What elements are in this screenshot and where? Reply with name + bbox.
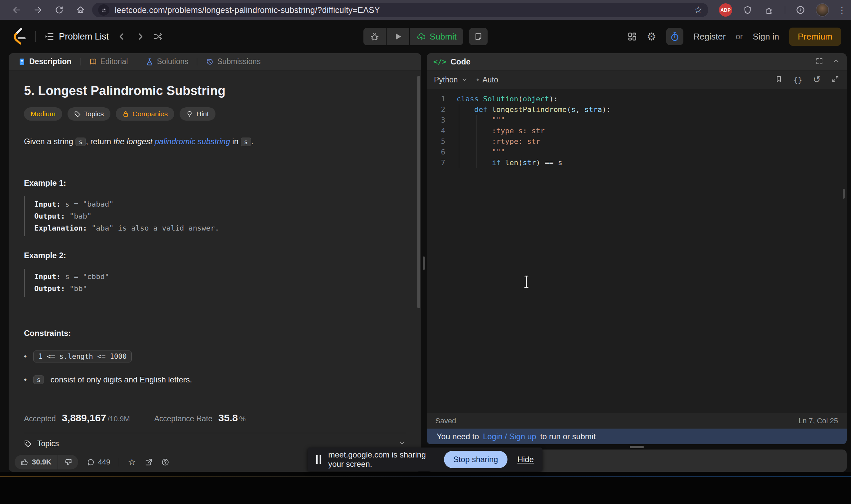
code-text: """: [456, 147, 505, 158]
notes-button[interactable]: [469, 28, 488, 45]
favorite-star-icon[interactable]: ☆: [128, 458, 136, 467]
code-text: def longestPalindrome(s, stra):: [456, 104, 611, 115]
tab-label: Solutions: [157, 57, 189, 66]
profile-avatar[interactable]: [816, 3, 829, 17]
editor-statusbar: Saved Ln 7, Col 25: [427, 413, 847, 429]
chevron-down-icon: [398, 438, 406, 449]
companies-chip[interactable]: Companies: [116, 107, 174, 121]
back-icon[interactable]: [10, 3, 23, 17]
stats-row: Accepted 3,889,167 /10.9M Acceptance Rat…: [24, 412, 406, 424]
tab-description[interactable]: Description: [16, 57, 73, 66]
url-text[interactable]: leetcode.com/problems/longest-palindromi…: [115, 5, 694, 15]
stop-sharing-button[interactable]: Stop sharing: [444, 451, 507, 468]
nav-divider: [35, 31, 36, 42]
difficulty-badge[interactable]: Medium: [24, 107, 62, 121]
dislike-button[interactable]: [58, 455, 78, 469]
code-editor[interactable]: 1class Solution(object):2 def longestPal…: [427, 89, 847, 413]
help-icon[interactable]: [161, 458, 169, 466]
example-row: Input: s = "babad": [34, 198, 406, 210]
topics-chip[interactable]: Topics: [68, 107, 111, 121]
code-panel: </> Code Python • Auto {} ↺ 1class Solut…: [427, 53, 847, 444]
premium-button[interactable]: Premium: [789, 28, 841, 46]
login-banner: You need to Login / Sign up to run or su…: [427, 429, 847, 444]
problem-list-button[interactable]: Problem List: [44, 32, 109, 42]
bookmark-star-icon[interactable]: ☆: [694, 5, 702, 15]
home-icon[interactable]: [74, 3, 87, 17]
address-bar[interactable]: leetcode.com/problems/longest-palindromi…: [92, 3, 708, 17]
lock-icon: [122, 111, 129, 117]
code-panel-title: Code: [451, 57, 471, 67]
prev-problem-button[interactable]: [117, 32, 127, 41]
footer-divider: [119, 458, 119, 466]
fullscreen-icon[interactable]: [815, 57, 823, 67]
toolbar-divider: [785, 6, 785, 14]
register-link[interactable]: Register: [693, 32, 726, 42]
format-code-icon[interactable]: {}: [794, 76, 802, 84]
tab-divider: [80, 58, 81, 66]
shield-extension-icon[interactable]: [741, 3, 754, 17]
leetcode-logo[interactable]: [11, 27, 27, 46]
banner-text-pre: You need to: [437, 432, 479, 441]
layout-grid-icon[interactable]: [627, 32, 637, 41]
tab-submissions[interactable]: Submissions: [204, 57, 262, 66]
statement-part: Given a string: [24, 137, 75, 146]
shuffle-icon[interactable]: [153, 32, 162, 41]
auto-label[interactable]: Auto: [483, 75, 498, 84]
problem-statement: Given a string s, return the longest pal…: [24, 135, 406, 148]
solutions-icon: [146, 58, 154, 66]
adblock-extension-icon[interactable]: ABP: [719, 3, 732, 17]
constraints-heading: Constraints:: [24, 328, 406, 338]
palindromic-substring-link[interactable]: palindromic substring: [155, 137, 230, 146]
comments-button[interactable]: 449: [87, 458, 110, 466]
hide-button[interactable]: Hide: [518, 455, 534, 464]
collapse-panel-icon[interactable]: [832, 57, 840, 67]
statement-part: in: [230, 137, 241, 146]
line-number: 3: [431, 115, 445, 126]
constraint-part: 1 <= s.length <= 1000: [33, 350, 132, 362]
expand-editor-icon[interactable]: [831, 75, 839, 84]
browser-chrome: leetcode.com/problems/longest-palindromi…: [0, 0, 851, 20]
browser-menu-icon[interactable]: ⋮: [838, 5, 846, 15]
site-info-icon[interactable]: [98, 4, 109, 16]
statement-part: s: [75, 138, 86, 146]
code-line: 7 if len(str) == s: [427, 158, 847, 168]
example-heading: Example 2:: [24, 251, 406, 260]
tab-editorial[interactable]: Editorial: [87, 57, 130, 66]
submit-label: Submit: [430, 32, 456, 42]
code-text: :type s: str: [456, 126, 545, 136]
code-line: 5 :rtype: str: [427, 136, 847, 147]
statement-part: s: [241, 138, 251, 146]
code-text: :rtype: str: [456, 136, 540, 147]
bookmark-icon[interactable]: [775, 75, 783, 84]
energy-saver-icon[interactable]: [794, 3, 807, 17]
timer-button[interactable]: [666, 28, 683, 45]
problem-list-icon: [44, 32, 54, 41]
reset-code-icon[interactable]: ↺: [813, 75, 821, 84]
debug-button[interactable]: [363, 28, 386, 45]
panel-resize-handle[interactable]: [423, 256, 425, 270]
code-line: 1class Solution(object):: [427, 94, 847, 104]
run-button[interactable]: [386, 28, 409, 45]
signin-link[interactable]: Sign in: [752, 32, 779, 42]
code-text: if len(str) == s: [456, 158, 562, 168]
hint-chip[interactable]: Hint: [179, 107, 215, 121]
share-icon[interactable]: [145, 458, 153, 466]
editor-scrollbar[interactable]: [843, 189, 845, 199]
like-button[interactable]: 30.9K: [15, 455, 57, 469]
login-signup-link[interactable]: Login / Sign up: [483, 432, 536, 441]
language-select[interactable]: Python: [434, 75, 468, 84]
forward-icon[interactable]: [31, 3, 45, 17]
description-panel: Description Editorial Solutions Submissi…: [8, 53, 421, 472]
submit-button[interactable]: Submit: [410, 28, 463, 45]
console-drag-handle[interactable]: [630, 446, 644, 448]
reload-icon[interactable]: [53, 3, 66, 17]
thumbs-down-icon: [64, 458, 72, 466]
extensions-puzzle-icon[interactable]: [763, 3, 776, 17]
settings-gear-icon[interactable]: ⚙: [647, 30, 657, 43]
tab-divider: [197, 58, 197, 66]
left-panel-scrollbar[interactable]: [417, 76, 420, 308]
line-number: 4: [431, 126, 445, 136]
next-problem-button[interactable]: [135, 32, 145, 41]
tab-solutions[interactable]: Solutions: [144, 57, 191, 66]
chevron-down-icon: [461, 76, 468, 83]
